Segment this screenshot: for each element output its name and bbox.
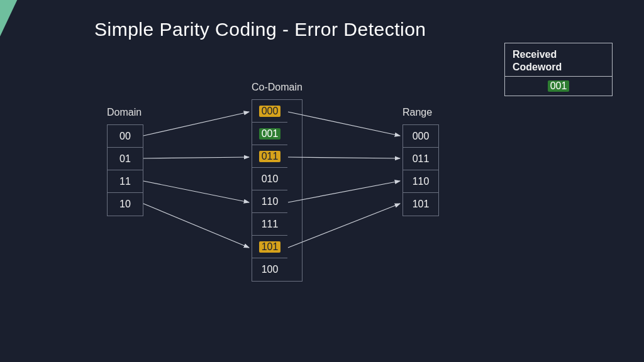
received-value: 001 [548, 80, 570, 92]
codomain-cell: 000 [252, 100, 287, 123]
svg-marker-1 [0, 0, 20, 36]
range-cell: 101 [403, 193, 438, 216]
codomain-cell: 110 [252, 190, 287, 213]
domain-cell: 11 [108, 170, 143, 193]
svg-line-9 [288, 204, 400, 248]
domain-cell: 01 [108, 148, 143, 170]
range-cell: 000 [403, 125, 438, 148]
svg-line-2 [143, 112, 249, 136]
svg-line-6 [288, 112, 400, 136]
codomain-cell: 011 [252, 145, 287, 168]
svg-line-5 [143, 204, 249, 248]
codomain-label: Co-Domain [252, 82, 303, 93]
range-label: Range [402, 107, 439, 118]
svg-line-8 [288, 181, 400, 202]
codomain-column: Co-Domain 000 001 011 010 110 111 101 10… [252, 82, 303, 282]
domain-cell: 00 [108, 125, 143, 148]
svg-line-4 [143, 181, 249, 202]
domain-label: Domain [107, 107, 143, 118]
range-cell: 011 [403, 148, 438, 170]
svg-line-7 [288, 157, 400, 158]
codomain-cell: 010 [252, 168, 287, 190]
svg-line-3 [143, 157, 249, 158]
svg-marker-0 [0, 0, 10, 31]
codomain-cell: 111 [252, 213, 287, 236]
domain-cell: 10 [108, 193, 143, 216]
codomain-cell: 100 [252, 258, 287, 281]
slide-title: Simple Parity Coding - Error Detection [94, 19, 426, 40]
codomain-cell: 101 [252, 236, 287, 258]
codomain-cell: 001 [252, 123, 287, 145]
received-label-line2: Codeword [513, 62, 562, 72]
range-cell: 110 [403, 170, 438, 193]
received-codeword-box: Received Codeword 001 [504, 43, 613, 96]
received-label-line1: Received [513, 49, 557, 60]
domain-column: Domain 00 01 11 10 [107, 107, 143, 216]
range-column: Range 000 011 110 101 [402, 107, 439, 216]
corner-accent [0, 0, 50, 57]
